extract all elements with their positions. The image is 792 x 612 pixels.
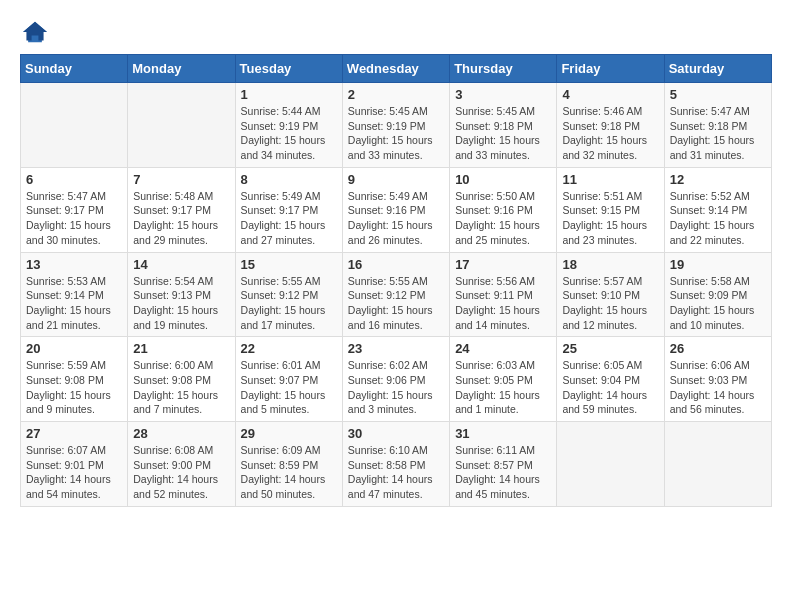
day-info: Sunrise: 5:45 AM Sunset: 9:19 PM Dayligh… [348, 104, 444, 163]
weekday-header-wednesday: Wednesday [342, 55, 449, 83]
weekday-header-row: SundayMondayTuesdayWednesdayThursdayFrid… [21, 55, 772, 83]
calendar-cell: 7Sunrise: 5:48 AM Sunset: 9:17 PM Daylig… [128, 167, 235, 252]
day-info: Sunrise: 5:49 AM Sunset: 9:16 PM Dayligh… [348, 189, 444, 248]
calendar-cell: 4Sunrise: 5:46 AM Sunset: 9:18 PM Daylig… [557, 83, 664, 168]
calendar-cell [128, 83, 235, 168]
day-info: Sunrise: 5:55 AM Sunset: 9:12 PM Dayligh… [241, 274, 337, 333]
day-number: 7 [133, 172, 229, 187]
weekday-header-sunday: Sunday [21, 55, 128, 83]
day-number: 25 [562, 341, 658, 356]
day-info: Sunrise: 6:02 AM Sunset: 9:06 PM Dayligh… [348, 358, 444, 417]
day-info: Sunrise: 6:09 AM Sunset: 8:59 PM Dayligh… [241, 443, 337, 502]
day-number: 4 [562, 87, 658, 102]
day-number: 8 [241, 172, 337, 187]
day-info: Sunrise: 6:01 AM Sunset: 9:07 PM Dayligh… [241, 358, 337, 417]
day-info: Sunrise: 5:54 AM Sunset: 9:13 PM Dayligh… [133, 274, 229, 333]
calendar-cell: 9Sunrise: 5:49 AM Sunset: 9:16 PM Daylig… [342, 167, 449, 252]
day-info: Sunrise: 5:45 AM Sunset: 9:18 PM Dayligh… [455, 104, 551, 163]
weekday-header-saturday: Saturday [664, 55, 771, 83]
day-info: Sunrise: 5:47 AM Sunset: 9:18 PM Dayligh… [670, 104, 766, 163]
day-info: Sunrise: 6:08 AM Sunset: 9:00 PM Dayligh… [133, 443, 229, 502]
logo [20, 20, 54, 44]
calendar-cell: 5Sunrise: 5:47 AM Sunset: 9:18 PM Daylig… [664, 83, 771, 168]
calendar-week-row: 13Sunrise: 5:53 AM Sunset: 9:14 PM Dayli… [21, 252, 772, 337]
day-number: 31 [455, 426, 551, 441]
day-info: Sunrise: 5:47 AM Sunset: 9:17 PM Dayligh… [26, 189, 122, 248]
calendar-cell: 25Sunrise: 6:05 AM Sunset: 9:04 PM Dayli… [557, 337, 664, 422]
day-number: 14 [133, 257, 229, 272]
calendar-cell: 31Sunrise: 6:11 AM Sunset: 8:57 PM Dayli… [450, 422, 557, 507]
day-info: Sunrise: 5:49 AM Sunset: 9:17 PM Dayligh… [241, 189, 337, 248]
calendar-cell: 13Sunrise: 5:53 AM Sunset: 9:14 PM Dayli… [21, 252, 128, 337]
calendar-cell [21, 83, 128, 168]
day-number: 24 [455, 341, 551, 356]
calendar-cell: 26Sunrise: 6:06 AM Sunset: 9:03 PM Dayli… [664, 337, 771, 422]
weekday-header-tuesday: Tuesday [235, 55, 342, 83]
calendar-cell: 11Sunrise: 5:51 AM Sunset: 9:15 PM Dayli… [557, 167, 664, 252]
page-header [20, 20, 772, 44]
calendar-table: SundayMondayTuesdayWednesdayThursdayFrid… [20, 54, 772, 507]
day-info: Sunrise: 6:00 AM Sunset: 9:08 PM Dayligh… [133, 358, 229, 417]
calendar-cell [557, 422, 664, 507]
calendar-week-row: 27Sunrise: 6:07 AM Sunset: 9:01 PM Dayli… [21, 422, 772, 507]
day-info: Sunrise: 5:56 AM Sunset: 9:11 PM Dayligh… [455, 274, 551, 333]
day-info: Sunrise: 6:07 AM Sunset: 9:01 PM Dayligh… [26, 443, 122, 502]
calendar-week-row: 20Sunrise: 5:59 AM Sunset: 9:08 PM Dayli… [21, 337, 772, 422]
day-info: Sunrise: 5:57 AM Sunset: 9:10 PM Dayligh… [562, 274, 658, 333]
day-number: 19 [670, 257, 766, 272]
day-number: 6 [26, 172, 122, 187]
day-number: 5 [670, 87, 766, 102]
generalblue-logo-icon [20, 20, 50, 44]
calendar-cell: 29Sunrise: 6:09 AM Sunset: 8:59 PM Dayli… [235, 422, 342, 507]
day-number: 15 [241, 257, 337, 272]
calendar-cell: 15Sunrise: 5:55 AM Sunset: 9:12 PM Dayli… [235, 252, 342, 337]
weekday-header-monday: Monday [128, 55, 235, 83]
day-info: Sunrise: 6:11 AM Sunset: 8:57 PM Dayligh… [455, 443, 551, 502]
day-info: Sunrise: 6:06 AM Sunset: 9:03 PM Dayligh… [670, 358, 766, 417]
day-info: Sunrise: 5:59 AM Sunset: 9:08 PM Dayligh… [26, 358, 122, 417]
day-info: Sunrise: 6:10 AM Sunset: 8:58 PM Dayligh… [348, 443, 444, 502]
calendar-cell: 20Sunrise: 5:59 AM Sunset: 9:08 PM Dayli… [21, 337, 128, 422]
day-number: 26 [670, 341, 766, 356]
calendar-cell: 17Sunrise: 5:56 AM Sunset: 9:11 PM Dayli… [450, 252, 557, 337]
day-number: 13 [26, 257, 122, 272]
calendar-cell: 3Sunrise: 5:45 AM Sunset: 9:18 PM Daylig… [450, 83, 557, 168]
day-info: Sunrise: 5:58 AM Sunset: 9:09 PM Dayligh… [670, 274, 766, 333]
calendar-cell: 21Sunrise: 6:00 AM Sunset: 9:08 PM Dayli… [128, 337, 235, 422]
calendar-cell: 14Sunrise: 5:54 AM Sunset: 9:13 PM Dayli… [128, 252, 235, 337]
weekday-header-friday: Friday [557, 55, 664, 83]
day-number: 17 [455, 257, 551, 272]
day-info: Sunrise: 5:53 AM Sunset: 9:14 PM Dayligh… [26, 274, 122, 333]
day-info: Sunrise: 5:48 AM Sunset: 9:17 PM Dayligh… [133, 189, 229, 248]
calendar-cell: 22Sunrise: 6:01 AM Sunset: 9:07 PM Dayli… [235, 337, 342, 422]
day-info: Sunrise: 5:55 AM Sunset: 9:12 PM Dayligh… [348, 274, 444, 333]
day-number: 9 [348, 172, 444, 187]
day-number: 22 [241, 341, 337, 356]
day-info: Sunrise: 6:05 AM Sunset: 9:04 PM Dayligh… [562, 358, 658, 417]
day-number: 20 [26, 341, 122, 356]
day-number: 11 [562, 172, 658, 187]
day-info: Sunrise: 5:52 AM Sunset: 9:14 PM Dayligh… [670, 189, 766, 248]
calendar-cell [664, 422, 771, 507]
day-info: Sunrise: 5:50 AM Sunset: 9:16 PM Dayligh… [455, 189, 551, 248]
calendar-cell: 28Sunrise: 6:08 AM Sunset: 9:00 PM Dayli… [128, 422, 235, 507]
day-number: 16 [348, 257, 444, 272]
calendar-cell: 16Sunrise: 5:55 AM Sunset: 9:12 PM Dayli… [342, 252, 449, 337]
calendar-cell: 24Sunrise: 6:03 AM Sunset: 9:05 PM Dayli… [450, 337, 557, 422]
calendar-cell: 8Sunrise: 5:49 AM Sunset: 9:17 PM Daylig… [235, 167, 342, 252]
calendar-cell: 6Sunrise: 5:47 AM Sunset: 9:17 PM Daylig… [21, 167, 128, 252]
day-info: Sunrise: 5:44 AM Sunset: 9:19 PM Dayligh… [241, 104, 337, 163]
day-number: 1 [241, 87, 337, 102]
day-number: 27 [26, 426, 122, 441]
day-number: 3 [455, 87, 551, 102]
calendar-cell: 10Sunrise: 5:50 AM Sunset: 9:16 PM Dayli… [450, 167, 557, 252]
day-number: 28 [133, 426, 229, 441]
day-number: 21 [133, 341, 229, 356]
day-info: Sunrise: 6:03 AM Sunset: 9:05 PM Dayligh… [455, 358, 551, 417]
day-number: 23 [348, 341, 444, 356]
calendar-cell: 18Sunrise: 5:57 AM Sunset: 9:10 PM Dayli… [557, 252, 664, 337]
calendar-cell: 30Sunrise: 6:10 AM Sunset: 8:58 PM Dayli… [342, 422, 449, 507]
day-number: 29 [241, 426, 337, 441]
calendar-cell: 1Sunrise: 5:44 AM Sunset: 9:19 PM Daylig… [235, 83, 342, 168]
calendar-cell: 2Sunrise: 5:45 AM Sunset: 9:19 PM Daylig… [342, 83, 449, 168]
